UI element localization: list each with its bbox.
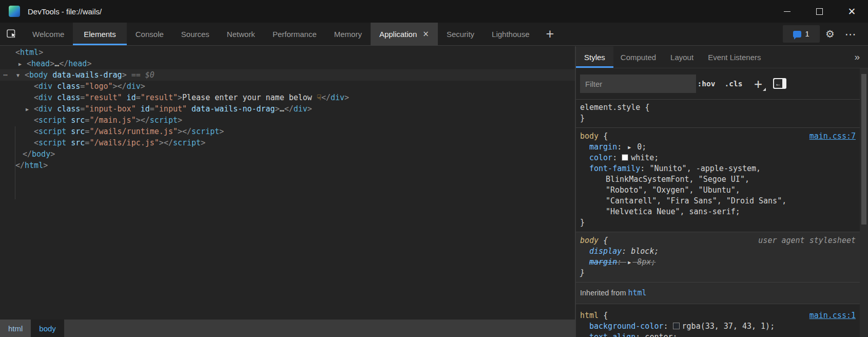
tab-label: Elements	[84, 30, 116, 39]
dom-tree-row[interactable]: ▶<div class="input-box" id="input" data-…	[0, 103, 575, 115]
token-prop: margin	[589, 142, 617, 152]
style-rule-line[interactable]: }	[576, 268, 860, 278]
token-q: "input"	[155, 104, 187, 114]
dom-tree-row[interactable]: </html>	[0, 160, 575, 171]
style-rule-line[interactable]: font-family: "Nunito", -apple-system,	[576, 163, 860, 174]
more-tabs-button[interactable]: »	[846, 46, 868, 68]
style-rule-line[interactable]: background-color: rgba(33, 37, 43, 1);	[576, 321, 860, 332]
arrow-left-icon: ←	[774, 79, 782, 88]
breadcrumb-item-body[interactable]: body	[31, 320, 64, 337]
token-tag: script	[150, 116, 178, 125]
tab-performance[interactable]: Performance	[264, 23, 325, 45]
tab-computed[interactable]: Computed	[613, 46, 663, 68]
style-rule-line[interactable]: main.css:1html {	[576, 310, 860, 321]
dom-tree: <html>▶<head>…</head>⋯▼<body data-wails-…	[0, 46, 575, 320]
token-p: >	[178, 93, 182, 102]
style-rule-line[interactable]: main.css:7body {	[576, 131, 860, 142]
devtools-tab-bar: Welcome Elements Console Sources Network…	[0, 23, 868, 45]
tab-layout[interactable]: Layout	[663, 46, 701, 68]
styles-scrollbar[interactable]	[860, 68, 868, 337]
dom-tree-row[interactable]: <script src="/wails/ipc.js"></script>	[0, 137, 575, 148]
tab-memory[interactable]: Memory	[325, 23, 371, 45]
tab-network[interactable]: Network	[218, 23, 264, 45]
styles-filter-input[interactable]	[580, 74, 696, 93]
rule-body-user-agent: user agent stylesheetbody {display: bloc…	[576, 232, 860, 283]
new-style-rule-button[interactable]: +	[747, 74, 769, 93]
dom-tree-row[interactable]: ▶<head>…</head>	[0, 58, 575, 69]
style-rule-line[interactable]: color: white;	[576, 153, 860, 163]
inspect-element-button[interactable]	[0, 23, 24, 45]
close-button[interactable]: ✕	[836, 0, 868, 23]
tab-label: Memory	[334, 30, 362, 39]
toggle-element-classes-button[interactable]: .cls	[722, 74, 745, 93]
token-arrr: ▶	[18, 59, 27, 70]
dom-tree-row[interactable]: <script src="/main.js"></script>	[0, 115, 575, 126]
dom-tree-row[interactable]: <div class="result" id="result">Please e…	[0, 92, 575, 103]
token-sel: html	[580, 311, 599, 320]
token-p: >	[38, 48, 43, 57]
issues-button[interactable]: 1	[783, 25, 820, 43]
token-q: "input-box"	[85, 104, 136, 114]
tab-welcome[interactable]: Welcome	[24, 23, 73, 45]
token-p: </	[23, 149, 32, 159]
token-p: <	[27, 59, 31, 68]
tab-elements[interactable]: Elements	[73, 23, 127, 45]
token-ilink[interactable]: html	[628, 288, 647, 297]
style-rule-line[interactable]: }	[576, 113, 860, 124]
maximize-icon	[816, 8, 823, 15]
token-link[interactable]: main.css:7	[809, 131, 856, 142]
tab-label: Console	[136, 30, 164, 39]
more-options-button[interactable]: ⋯	[840, 24, 861, 44]
token-v: rgba(33, 37, 43, 1);	[682, 322, 775, 331]
token-v: white;	[631, 153, 659, 162]
token-tag: script	[38, 127, 66, 136]
style-rule-line[interactable]: }	[576, 217, 860, 228]
add-tab-button[interactable]: +	[538, 23, 562, 45]
styles-toolbar: :hov .cls + ←	[576, 68, 868, 100]
toggle-computed-sidebar-button[interactable]: ←	[773, 78, 786, 89]
token-lbl: Inherited from	[580, 289, 628, 297]
token-prop: font-family	[589, 164, 640, 173]
tab-security[interactable]: Security	[438, 23, 483, 45]
minimize-button[interactable]	[771, 0, 803, 23]
maximize-button[interactable]	[803, 0, 836, 23]
tab-sources[interactable]: Sources	[172, 23, 218, 45]
dom-tree-row[interactable]: <html>	[0, 47, 575, 58]
token-p: >	[50, 59, 54, 68]
token-link[interactable]: main.css:1	[809, 310, 856, 321]
style-rule-line[interactable]: BlinkMacSystemFont, "Segoe UI",	[576, 174, 860, 185]
token-tag: body	[29, 70, 48, 80]
tab-label: Welcome	[32, 30, 64, 39]
token-v: 0;	[632, 142, 646, 152]
token-p: >	[201, 138, 205, 147]
dom-tree-row[interactable]: <div class="logo"></div>	[0, 81, 575, 92]
style-rule-line[interactable]: "Cantarell", "Fira Sans", "Droid Sans",	[576, 196, 860, 207]
tab-application[interactable]: Application ×	[371, 23, 438, 45]
style-rule-line[interactable]: "Roboto", "Oxygen", "Ubuntu",	[576, 185, 860, 196]
dom-tree-row[interactable]: <script src="/wails/runtime.js"></script…	[0, 126, 575, 137]
toggle-pseudo-states-button[interactable]: :hov	[694, 74, 719, 93]
token-a: id	[136, 104, 150, 114]
kebab-menu-icon: ⋯	[845, 28, 857, 41]
breadcrumb: html body	[0, 319, 575, 337]
style-rule-line[interactable]: margin: ▶ 8px;	[576, 257, 860, 268]
scrollbar-thumb[interactable]	[861, 74, 866, 224]
style-rule-line[interactable]: "Helvetica Neue", sans-serif;	[576, 207, 860, 217]
token-v: 8px;	[632, 257, 655, 267]
breadcrumb-item-html[interactable]: html	[0, 320, 31, 337]
style-rule-line[interactable]: margin: ▶ 0;	[576, 142, 860, 153]
tab-event-listeners[interactable]: Event Listeners	[701, 46, 768, 68]
style-rule-line[interactable]: Inherited from html	[576, 288, 860, 298]
dom-tree-row[interactable]: </body>	[0, 148, 575, 160]
style-rule-line[interactable]: user agent stylesheetbody {	[576, 235, 860, 246]
tab-lighthouse[interactable]: Lighthouse	[483, 23, 538, 45]
style-rule-line[interactable]: element.style {	[576, 102, 860, 113]
dom-tree-row[interactable]: ⋯▼<body data-wails-drag> == $0	[0, 69, 575, 81]
tab-console[interactable]: Console	[127, 23, 172, 45]
close-tab-icon[interactable]: ×	[422, 29, 429, 39]
settings-button[interactable]: ⚙	[820, 24, 840, 44]
tab-styles[interactable]: Styles	[576, 46, 613, 68]
style-rule-line[interactable]: display: block;	[576, 246, 860, 257]
token-tag: html	[20, 48, 38, 57]
style-rule-line[interactable]: text-align: center;	[576, 332, 860, 337]
